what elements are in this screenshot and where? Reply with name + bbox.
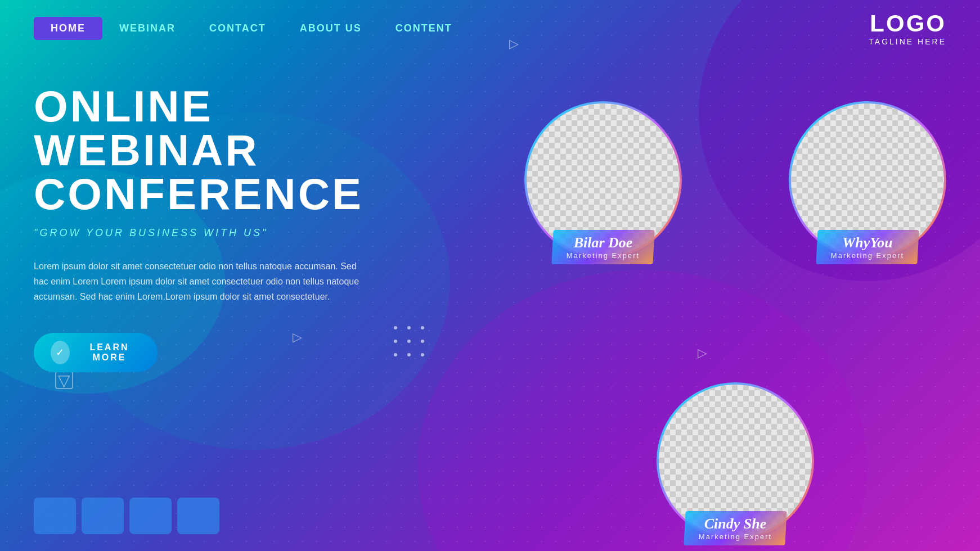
speaker-brush-3: Cindy She Marketing Expert bbox=[685, 511, 786, 545]
speaker-avatar-wrapper-3: Cindy She Marketing Expert bbox=[657, 382, 814, 540]
speaker-card-1: Bilar Doe Marketing Expert bbox=[524, 101, 682, 259]
nav-item-webinar[interactable]: WEBINAR bbox=[102, 17, 192, 40]
learn-more-button[interactable]: ✓ LEARN MORE bbox=[34, 333, 158, 372]
nav-item-home[interactable]: HOME bbox=[34, 17, 102, 40]
hero-description: Lorem ipsum dolor sit amet consectetuer … bbox=[34, 259, 360, 305]
speaker-brush-1: Bilar Doe Marketing Expert bbox=[552, 230, 654, 264]
thumbnail-4 bbox=[177, 498, 219, 534]
navbar: HOME WEBINAR CONTACT ABOUT US CONTENT LO… bbox=[0, 0, 980, 56]
speaker-card-2: WhyYou Marketing Expert bbox=[789, 101, 946, 259]
triangle-decoration: ▽ bbox=[55, 371, 73, 389]
speaker-role-2: Marketing Expert bbox=[828, 251, 907, 260]
page-background: HOME WEBINAR CONTACT ABOUT US CONTENT LO… bbox=[0, 0, 980, 551]
speaker-card-3: Cindy She Marketing Expert bbox=[657, 382, 814, 540]
logo-text: LOGO bbox=[870, 10, 946, 37]
nav-links: HOME WEBINAR CONTACT ABOUT US CONTENT bbox=[34, 17, 869, 40]
hero-content: ONLINE WEBINAR CONFERENCE "GROW YOUR BUS… bbox=[34, 84, 428, 372]
speaker-brush-2: WhyYou Marketing Expert bbox=[817, 230, 918, 264]
learn-more-label: LEARN MORE bbox=[78, 342, 141, 363]
thumbnail-1 bbox=[34, 498, 76, 534]
speaker-name-2: WhyYou bbox=[828, 234, 907, 251]
speaker-role-3: Marketing Expert bbox=[696, 532, 775, 541]
learn-more-icon: ✓ bbox=[51, 341, 70, 364]
speaker-avatar-wrapper-1: Bilar Doe Marketing Expert bbox=[524, 101, 682, 259]
thumbnail-2 bbox=[82, 498, 124, 534]
logo-tagline: TAGLINE HERE bbox=[869, 37, 946, 46]
nav-item-about[interactable]: ABOUT US bbox=[283, 17, 379, 40]
nav-item-content[interactable]: CONTENT bbox=[379, 17, 469, 40]
bottom-thumbnails bbox=[34, 498, 219, 534]
speaker-badge-1: Bilar Doe Marketing Expert bbox=[552, 230, 654, 264]
speaker-role-1: Marketing Expert bbox=[564, 251, 642, 260]
logo: LOGO TAGLINE HERE bbox=[869, 10, 946, 46]
speaker-badge-3: Cindy She Marketing Expert bbox=[685, 511, 786, 545]
speaker-badge-2: WhyYou Marketing Expert bbox=[817, 230, 918, 264]
hero-tagline: "GROW YOUR BUSINESS WITH US" bbox=[34, 227, 428, 239]
speaker-name-3: Cindy She bbox=[696, 516, 775, 532]
nav-item-contact[interactable]: CONTACT bbox=[192, 17, 283, 40]
hero-headline: ONLINE WEBINAR CONFERENCE bbox=[34, 84, 428, 216]
speakers-area: Bilar Doe Marketing Expert WhyYou Market… bbox=[524, 101, 946, 540]
speaker-avatar-wrapper-2: WhyYou Marketing Expert bbox=[789, 101, 946, 259]
thumbnail-3 bbox=[129, 498, 172, 534]
speaker-name-1: Bilar Doe bbox=[564, 234, 642, 251]
